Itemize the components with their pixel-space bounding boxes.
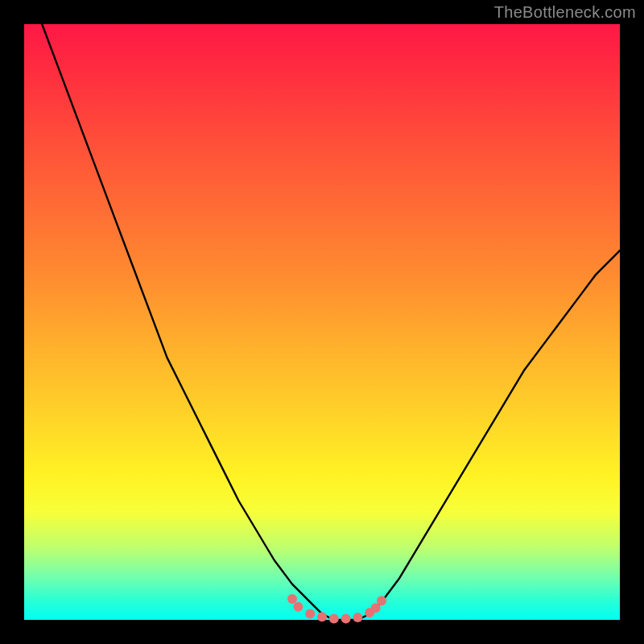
valley-marker [341, 614, 351, 624]
valley-markers [287, 594, 386, 623]
valley-marker [329, 614, 339, 624]
valley-marker [305, 609, 315, 619]
plot-area [24, 24, 620, 620]
valley-marker [293, 602, 303, 612]
valley-marker [317, 612, 327, 621]
valley-marker [377, 596, 386, 605]
valley-marker [287, 594, 297, 604]
bottleneck-curve [24, 0, 620, 620]
curve-layer [24, 24, 620, 620]
chart-frame: TheBottleneck.com [0, 0, 644, 644]
valley-marker [353, 613, 362, 622]
watermark-text: TheBottleneck.com [494, 3, 636, 22]
